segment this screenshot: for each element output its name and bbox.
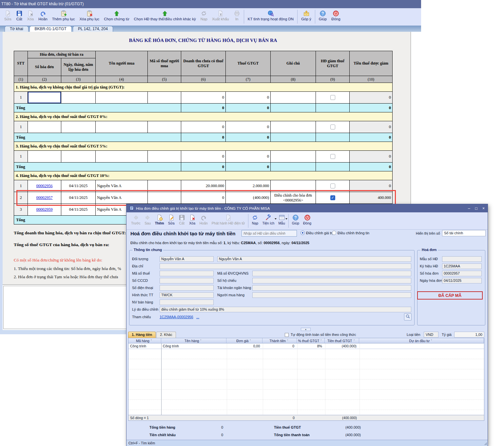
toolbar-button-them-phu-luc[interactable]: Thêm phụ lục	[50, 9, 77, 21]
dropdown-arrow-icon[interactable]	[285, 218, 287, 220]
tham-chieu-link[interactable]: 1C25MAA-00002956	[160, 314, 193, 320]
detail-tab-2-khac[interactable]: 2. Khác	[156, 332, 176, 338]
toolbar-button-xoa[interactable]: Xóa	[187, 213, 198, 225]
grid-cell[interactable]: (400.000)	[325, 343, 359, 349]
minimize-button[interactable]: –	[468, 206, 470, 211]
tham-chieu-more[interactable]: ...	[196, 314, 199, 320]
so-hoa-don-field[interactable]: 00002957	[442, 271, 482, 276]
grid-cell[interactable]: 0,00	[226, 343, 262, 349]
reduce-vat-checkbox[interactable]	[330, 154, 335, 159]
mau-so-field[interactable]	[442, 256, 482, 262]
pin-icon[interactable]	[249, 339, 252, 343]
so-cccd[interactable]	[160, 278, 214, 283]
ky-hieu-field[interactable]: 1C25MAA	[442, 263, 482, 269]
revenue-cell[interactable]: 0	[181, 151, 226, 163]
hinh-thuc[interactable]: TM/CK	[160, 292, 214, 298]
invoice-date-cell[interactable]: 04/11/2025	[61, 180, 96, 192]
revenue-cell[interactable]: 0	[181, 92, 226, 104]
toolbar-button-ong[interactable]: Đóng	[329, 9, 343, 21]
revenue-cell[interactable]: 20.000.000	[181, 180, 226, 192]
toolbar-button-hoan[interactable]: Hoãn	[36, 9, 50, 21]
invoice-number-link[interactable]: 00002957	[36, 195, 53, 200]
grid-col-ma-hang[interactable]: Mã hàng	[128, 338, 161, 343]
buyer-taxcode-cell[interactable]	[148, 151, 181, 163]
ledger-select[interactable]: Sổ tài chính	[442, 230, 486, 236]
note-cell[interactable]	[271, 180, 316, 192]
toolbar-button-xoa-phu-luc[interactable]: Xóa phụ lục	[77, 9, 102, 21]
nguoi-mua[interactable]	[252, 292, 411, 298]
doi-tuong-code[interactable]: Nguyễn Văn A	[160, 256, 214, 262]
reduce-vat-checkbox[interactable]: ✓	[330, 195, 335, 200]
buyer-taxcode-cell[interactable]	[148, 121, 181, 133]
toolbar-button-them[interactable]: Thêm	[153, 213, 166, 225]
reduce-vat-cell[interactable]	[316, 180, 350, 192]
doi-tuong-name[interactable]: Nguyễn Văn A	[217, 256, 411, 262]
buyer-taxcode-cell[interactable]	[148, 92, 181, 104]
grid-col-thanh-tien[interactable]: Thành tiền	[262, 338, 297, 343]
invoice-number-cell[interactable]	[28, 92, 61, 104]
toolbar-button-chon-chung-tu[interactable]: Chọn chứng từ	[102, 9, 131, 21]
vat-cell[interactable]: 0	[226, 151, 271, 163]
toolbar-button-giup[interactable]: Giúp	[317, 9, 329, 21]
grid-col-ten-hang[interactable]: Tên hàng	[161, 338, 227, 343]
tab-pl-142-174-204[interactable]: PL 142, 174, 204	[73, 26, 113, 32]
tab-bkbr-01-1-gtgt[interactable]: BKBR-01-1/GTGT	[29, 26, 72, 32]
tai-khoan[interactable]	[252, 285, 411, 291]
ma-so-dvcq[interactable]	[252, 271, 411, 276]
revenue-cell[interactable]: 0	[181, 121, 226, 133]
pin-icon[interactable]	[287, 339, 290, 343]
invoice-number-cell[interactable]	[28, 151, 61, 163]
nv-ban-hang[interactable]	[160, 300, 214, 305]
invoice-number-link[interactable]: 00002959	[36, 207, 53, 212]
invoice-date-cell[interactable]: 04/11/2025	[61, 204, 96, 216]
note-cell[interactable]	[271, 92, 316, 104]
reduce-vat-checkbox[interactable]	[330, 95, 335, 100]
toolbar-button-giup[interactable]: Giúp	[290, 213, 301, 225]
buyer-name-cell[interactable]	[96, 92, 148, 104]
grid-col-thue-gtgt[interactable]: % thuế GTGT	[297, 338, 325, 343]
currency-select[interactable]: VND	[424, 332, 438, 338]
vat-cell[interactable]: 0	[226, 92, 271, 104]
maximize-button[interactable]: □	[475, 206, 477, 211]
grid-row[interactable]: Công trìnhCông trình0,0008%(400.000)	[128, 343, 484, 349]
invoice-number-cell[interactable]: 00002957	[28, 192, 61, 204]
tab-to-khai[interactable]: Tờ khai	[5, 26, 29, 32]
grid-cell[interactable]: 0	[262, 343, 297, 349]
pin-icon[interactable]	[353, 339, 356, 343]
buyer-taxcode-cell[interactable]	[148, 192, 181, 204]
grid-cell[interactable]: Công trình	[161, 343, 227, 349]
vat-cell[interactable]: (400.000)	[226, 192, 271, 204]
toolbar-button-tien-ich[interactable]: Tiện ích	[260, 213, 276, 225]
buyer-name-cell[interactable]	[96, 151, 148, 163]
pin-icon[interactable]	[431, 339, 434, 343]
invoice-date-cell[interactable]	[61, 92, 96, 104]
pin-icon[interactable]	[200, 339, 203, 343]
reference-zoom-button[interactable]	[404, 313, 412, 320]
buyer-taxcode-cell[interactable]	[148, 180, 181, 192]
buyer-name-cell[interactable]	[96, 121, 148, 133]
auto-calc-checkbox[interactable]	[285, 333, 289, 337]
ly-do[interactable]: điều chỉnh giảm thuế từ 10% xuống 8%	[160, 307, 411, 312]
toolbar-button-mau[interactable]: Mẫu	[276, 213, 287, 225]
invoice-number-link[interactable]: 00002956	[36, 184, 53, 188]
grid-cell[interactable]: Công trình	[128, 343, 161, 349]
close-button[interactable]: ×	[482, 206, 485, 211]
reduce-vat-checkbox[interactable]	[330, 125, 335, 129]
note-cell[interactable]: Điều chỉnh cho hóa đơn <00002956>	[271, 192, 316, 204]
toolbar-button-cat[interactable]: Cất	[14, 9, 25, 21]
collapse-button[interactable]: ▲	[301, 328, 311, 331]
reduce-vat-checkbox[interactable]	[330, 184, 335, 188]
resize-grip-icon[interactable]	[484, 442, 487, 445]
grid-cell[interactable]: 8%	[297, 343, 325, 349]
radio-ieu-chinh-thong-tin[interactable]: Điều chỉnh thông tin	[332, 231, 369, 235]
note-cell[interactable]	[271, 151, 316, 163]
reduce-vat-cell[interactable]: ✓	[316, 192, 350, 204]
pin-icon[interactable]	[320, 339, 323, 343]
invoice-number-cell[interactable]	[28, 121, 61, 133]
exchange-rate-field[interactable]: 1,00	[454, 332, 484, 338]
vat-cell[interactable]: 0	[226, 121, 271, 133]
invoice-number-cell[interactable]: 00002959	[28, 204, 61, 216]
grid-col-du-an-au-tu[interactable]: Dự án đầu tư	[359, 338, 484, 343]
buyer-name-cell[interactable]: Nguyễn Văn A	[96, 180, 148, 192]
invoice-number-cell[interactable]: 00002956	[28, 180, 61, 192]
